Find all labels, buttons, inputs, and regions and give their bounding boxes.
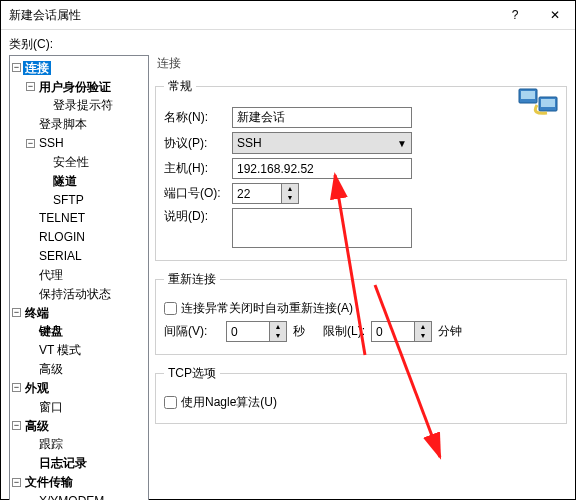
tree-item-tunnel[interactable]: 隧道 — [51, 174, 79, 188]
content-area: 类别(C): −连接 −用户身份验证 登录提示符 登录脚本 −SSH — [1, 30, 575, 500]
tree-item-terminal[interactable]: 终端 — [23, 306, 51, 320]
spin-up-icon[interactable]: ▲ — [415, 322, 431, 332]
tree-item-login-script[interactable]: 登录脚本 — [37, 117, 89, 131]
tree-item-rlogin[interactable]: RLOGIN — [37, 230, 87, 244]
tree-toggle-icon[interactable]: − — [12, 308, 21, 317]
port-label: 端口号(O): — [164, 185, 232, 202]
host-label: 主机(H): — [164, 160, 232, 177]
desc-textarea[interactable] — [232, 208, 412, 248]
tree-toggle-icon[interactable]: − — [12, 63, 21, 72]
dialog-window: 新建会话属性 ? ✕ 类别(C): −连接 −用户身份验证 登录提示符 — [0, 0, 576, 500]
tree-toggle-icon[interactable]: − — [12, 478, 21, 487]
tree-item-xymodem[interactable]: X/YMODEM — [37, 494, 106, 500]
tree-item-connection[interactable]: 连接 — [23, 61, 51, 75]
svg-rect-1 — [521, 91, 535, 99]
tree-item-keyboard[interactable]: 键盘 — [37, 324, 65, 338]
section-title: 连接 — [155, 55, 567, 74]
interval-input[interactable] — [226, 321, 270, 342]
tree-toggle-icon[interactable]: − — [26, 82, 35, 91]
tree-item-tracking[interactable]: 跟踪 — [37, 437, 65, 451]
protocol-label: 协议(P): — [164, 135, 232, 152]
tree-item-logging[interactable]: 日志记录 — [37, 456, 89, 470]
tree-item-security[interactable]: 安全性 — [51, 155, 91, 169]
tcp-group: TCP选项 使用Nagle算法(U) — [155, 365, 567, 424]
tree-item-adv-group[interactable]: 高级 — [23, 419, 51, 433]
computers-icon — [517, 85, 561, 125]
spin-up-icon[interactable]: ▲ — [282, 184, 298, 194]
tree-item-appearance[interactable]: 外观 — [23, 381, 51, 395]
close-icon: ✕ — [550, 8, 560, 22]
tree-item-login-prompt[interactable]: 登录提示符 — [51, 98, 115, 112]
tcp-legend: TCP选项 — [164, 365, 220, 382]
interval-spinner[interactable]: ▲▼ — [226, 321, 287, 342]
tree-item-proxy[interactable]: 代理 — [37, 268, 65, 282]
tree-item-filetransfer[interactable]: 文件传输 — [23, 475, 75, 489]
tree-item-sftp[interactable]: SFTP — [51, 193, 86, 207]
window-title: 新建会话属性 — [9, 7, 495, 24]
tree-item-telnet[interactable]: TELNET — [37, 211, 87, 225]
tree-item-window[interactable]: 窗口 — [37, 400, 65, 414]
reconnect-group: 重新连接 连接异常关闭时自动重新连接(A) 间隔(V): ▲▼ 秒 限制(L): — [155, 271, 567, 355]
reconnect-legend: 重新连接 — [164, 271, 220, 288]
protocol-value: SSH — [237, 136, 262, 150]
main-row: −连接 −用户身份验证 登录提示符 登录脚本 −SSH 安全性 — [9, 55, 567, 500]
chevron-down-icon: ▼ — [397, 138, 407, 149]
tree-toggle-icon[interactable]: − — [12, 421, 21, 430]
spin-down-icon[interactable]: ▼ — [282, 194, 298, 204]
general-group: 常规 名称(N): 协议(P): SSH ▼ 主机(H): — [155, 78, 567, 261]
tree-item-vt[interactable]: VT 模式 — [37, 343, 83, 357]
desc-label: 说明(D): — [164, 208, 232, 225]
category-tree[interactable]: −连接 −用户身份验证 登录提示符 登录脚本 −SSH 安全性 — [9, 55, 149, 500]
auto-reconnect-checkbox[interactable] — [164, 302, 177, 315]
port-input[interactable] — [232, 183, 282, 204]
seconds-label: 秒 — [293, 323, 305, 340]
help-button[interactable]: ? — [495, 1, 535, 29]
tree-item-serial[interactable]: SERIAL — [37, 249, 84, 263]
nagle-label: 使用Nagle算法(U) — [181, 394, 277, 411]
tree-item-advanced[interactable]: 高级 — [37, 362, 65, 376]
general-legend: 常规 — [164, 78, 196, 95]
port-spinner[interactable]: ▲▼ — [232, 183, 299, 204]
minutes-label: 分钟 — [438, 323, 462, 340]
limit-spinner[interactable]: ▲▼ — [371, 321, 432, 342]
category-label: 类别(C): — [9, 36, 567, 53]
close-button[interactable]: ✕ — [535, 1, 575, 29]
tree-item-keepalive[interactable]: 保持活动状态 — [37, 287, 113, 301]
host-input[interactable] — [232, 158, 412, 179]
limit-label: 限制(L): — [323, 323, 365, 340]
title-bar: 新建会话属性 ? ✕ — [1, 1, 575, 30]
tree-item-ssh[interactable]: SSH — [37, 136, 66, 150]
tree-toggle-icon[interactable]: − — [12, 383, 21, 392]
right-panel: 连接 常规 名称(N): 协议(P): — [155, 55, 567, 500]
auto-reconnect-label: 连接异常关闭时自动重新连接(A) — [181, 300, 353, 317]
interval-label: 间隔(V): — [164, 323, 220, 340]
tree-toggle-icon[interactable]: − — [26, 139, 35, 148]
nagle-checkbox[interactable] — [164, 396, 177, 409]
spin-up-icon[interactable]: ▲ — [270, 322, 286, 332]
name-label: 名称(N): — [164, 109, 232, 126]
tree-item-auth[interactable]: 用户身份验证 — [37, 80, 113, 94]
name-input[interactable] — [232, 107, 412, 128]
help-icon: ? — [512, 8, 519, 22]
svg-rect-3 — [541, 99, 555, 107]
spin-down-icon[interactable]: ▼ — [415, 332, 431, 342]
limit-input[interactable] — [371, 321, 415, 342]
spin-down-icon[interactable]: ▼ — [270, 332, 286, 342]
protocol-combo[interactable]: SSH ▼ — [232, 132, 412, 154]
